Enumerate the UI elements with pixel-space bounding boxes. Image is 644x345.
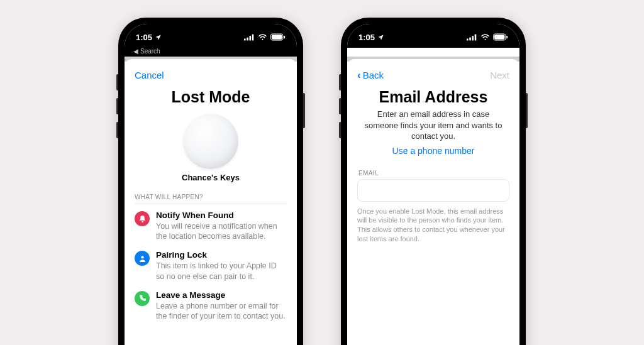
location-arrow-icon — [155, 34, 162, 41]
battery-icon — [493, 33, 508, 41]
svg-rect-16 — [506, 36, 508, 39]
email-label: EMAIL — [357, 170, 509, 177]
chevron-left-icon: ◀ — [133, 48, 138, 55]
info-row-lock: Pairing Lock This item is linked to your… — [135, 250, 287, 281]
phone-right: 1:05 x ‹ Back Next Email Address Enter a… — [341, 18, 526, 345]
cancel-button[interactable]: Cancel — [135, 70, 164, 80]
lock-body: This item is linked to your Apple ID so … — [156, 261, 287, 282]
svg-rect-1 — [247, 37, 248, 40]
status-time: 1:05 — [358, 33, 375, 42]
svg-rect-3 — [252, 34, 254, 40]
phone-icon — [135, 291, 150, 306]
notify-title: Notify When Found — [156, 211, 287, 221]
page-title: Email Address — [357, 88, 509, 106]
back-button[interactable]: ‹ Back — [357, 70, 384, 80]
back-label: Back — [363, 70, 384, 80]
phone-left: 1:05 ◀ Search Cancel Lost Mode Chance's … — [118, 18, 303, 345]
email-field[interactable] — [357, 179, 509, 202]
notch — [392, 24, 474, 39]
svg-rect-10 — [469, 37, 471, 40]
location-arrow-icon — [377, 34, 384, 41]
airtag-image — [183, 114, 238, 169]
wifi-icon — [258, 34, 267, 41]
svg-rect-2 — [250, 35, 252, 40]
section-header: WHAT WILL HAPPEN? — [135, 194, 287, 204]
notify-body: You will receive a notification when the… — [156, 221, 287, 242]
notch — [170, 24, 252, 39]
battery-icon — [270, 33, 286, 41]
svg-rect-15 — [494, 35, 505, 39]
breadcrumb[interactable]: ◀ Search — [125, 48, 297, 57]
info-row-notify: Notify When Found You will receive a not… — [135, 211, 287, 241]
next-button[interactable]: Next — [490, 70, 509, 80]
status-time: 1:05 — [136, 33, 152, 42]
use-phone-link[interactable]: Use a phone number — [357, 146, 509, 156]
person-icon — [135, 251, 150, 266]
helper-text: Once you enable Lost Mode, this email ad… — [357, 207, 509, 244]
message-body: Leave a phone number or email for the fi… — [156, 301, 287, 322]
screen-left: 1:05 ◀ Search Cancel Lost Mode Chance's … — [125, 24, 297, 345]
svg-rect-6 — [272, 35, 282, 39]
page-title: Lost Mode — [135, 88, 287, 106]
page-description: Enter an email address in case someone f… — [357, 109, 509, 142]
svg-point-8 — [141, 256, 143, 258]
email-sheet: ‹ Back Next Email Address Enter an email… — [347, 59, 519, 345]
breadcrumb-label: Search — [140, 48, 160, 55]
lost-mode-sheet: Cancel Lost Mode Chance's Keys WHAT WILL… — [125, 59, 297, 345]
bell-icon — [135, 211, 150, 226]
message-title: Leave a Message — [156, 290, 287, 301]
svg-rect-11 — [472, 35, 474, 40]
svg-point-13 — [484, 38, 486, 40]
wifi-icon — [480, 34, 490, 41]
info-row-message: Leave a Message Leave a phone number or … — [135, 290, 287, 321]
svg-point-4 — [262, 38, 263, 40]
chevron-left-icon: ‹ — [357, 70, 361, 80]
lock-title: Pairing Lock — [156, 250, 287, 261]
svg-rect-12 — [475, 34, 477, 40]
item-name: Chance's Keys — [135, 173, 287, 182]
screen-right: 1:05 x ‹ Back Next Email Address Enter a… — [347, 24, 519, 345]
svg-rect-7 — [284, 36, 285, 39]
